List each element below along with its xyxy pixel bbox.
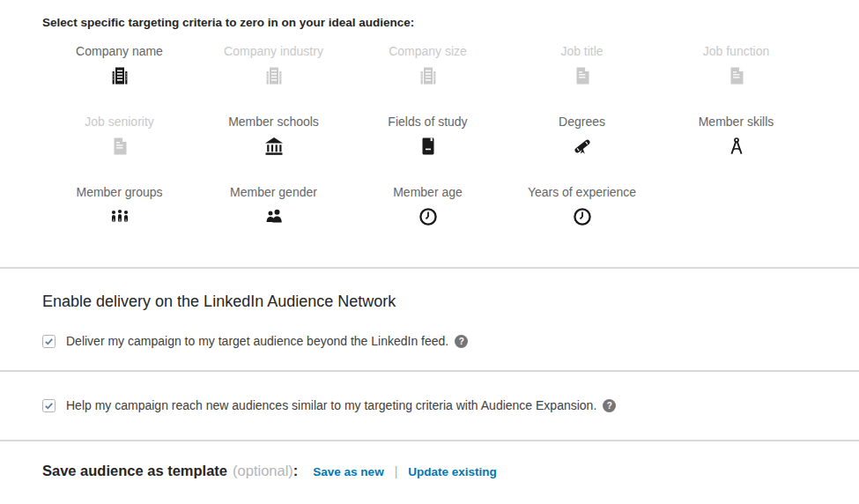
target-item-label: Member gender	[230, 184, 317, 200]
target-item-job-seniority[interactable]: Job seniority	[42, 107, 196, 178]
document-icon	[111, 137, 129, 158]
target-item-member-groups[interactable]: Member groups	[42, 178, 196, 248]
target-item-company-industry[interactable]: Company industry	[196, 37, 351, 107]
target-item-label: Company size	[389, 43, 467, 59]
target-item-member-age[interactable]: Member age	[351, 178, 505, 248]
help-icon[interactable]: ?	[603, 399, 616, 412]
target-item-company-size[interactable]: Company size	[351, 37, 505, 107]
expansion-checkbox-label: Help my campaign reach new audiences sim…	[66, 397, 596, 413]
target-item-label: Member groups	[76, 184, 162, 200]
company-icon	[418, 66, 438, 87]
target-item-label: Job title	[560, 43, 603, 59]
targeting-section: Select specific targeting criteria to ze…	[0, 0, 859, 267]
link-separator: |	[395, 464, 398, 478]
target-item-label: Job seniority	[85, 114, 154, 130]
target-item-label: Years of experience	[528, 184, 636, 200]
school-icon	[264, 137, 284, 158]
diploma-icon	[572, 137, 593, 158]
save-template-optional: (optional)	[233, 463, 293, 479]
save-as-new-link[interactable]: Save as new	[313, 465, 383, 478]
people-pair-icon	[263, 207, 285, 228]
target-item-member-schools[interactable]: Member schools	[196, 107, 351, 178]
save-template-section: Save audience as template (optional) : S…	[0, 441, 859, 500]
expansion-checkbox-row: Help my campaign reach new audiences sim…	[42, 397, 817, 413]
target-item-years-of-experience[interactable]: Years of experience	[505, 178, 659, 248]
checkmark-icon	[44, 337, 54, 346]
audience-expansion-section: Help my campaign reach new audiences sim…	[0, 372, 859, 440]
target-item-label: Fields of study	[388, 114, 467, 130]
audience-network-section: Enable delivery on the LinkedIn Audience…	[0, 269, 859, 370]
save-template-colon: :	[293, 463, 299, 479]
clock-icon	[418, 207, 438, 228]
document-icon	[728, 66, 745, 87]
book-icon	[419, 137, 437, 158]
company-icon	[110, 66, 130, 87]
save-template-title: Save audience as template	[42, 463, 227, 479]
target-item-job-title[interactable]: Job title	[505, 37, 659, 107]
update-existing-link[interactable]: Update existing	[408, 465, 497, 478]
target-item-job-function[interactable]: Job function	[659, 37, 813, 107]
target-item-label: Member skills	[699, 114, 774, 130]
targeting-header: Select specific targeting criteria to ze…	[42, 16, 817, 30]
target-item-company-name[interactable]: Company name	[42, 37, 196, 107]
compass-icon	[727, 137, 746, 158]
network-checkbox[interactable]	[42, 335, 56, 348]
target-item-label: Degrees	[559, 114, 605, 130]
network-checkbox-row: Deliver my campaign to my target audienc…	[42, 333, 817, 349]
audience-network-heading: Enable delivery on the LinkedIn Audience…	[42, 292, 817, 311]
targeting-grid: Company name Company industry Company si…	[42, 37, 817, 248]
target-item-member-skills[interactable]: Member skills	[659, 107, 813, 178]
help-icon[interactable]: ?	[455, 335, 468, 348]
target-item-degrees[interactable]: Degrees	[505, 107, 659, 178]
target-item-label: Member schools	[228, 114, 319, 130]
target-item-label: Job function	[703, 43, 770, 59]
company-icon	[264, 66, 284, 87]
expansion-checkbox[interactable]	[42, 399, 56, 412]
network-checkbox-label: Deliver my campaign to my target audienc…	[66, 333, 448, 349]
checkmark-icon	[44, 401, 54, 411]
clock-icon	[573, 207, 592, 228]
target-item-label: Member age	[393, 184, 463, 200]
people-group-icon	[109, 207, 130, 228]
target-item-label: Company name	[76, 43, 163, 59]
target-item-member-gender[interactable]: Member gender	[196, 178, 351, 248]
document-icon	[574, 66, 591, 87]
target-item-label: Company industry	[224, 43, 323, 59]
target-item-fields-of-study[interactable]: Fields of study	[351, 107, 505, 178]
